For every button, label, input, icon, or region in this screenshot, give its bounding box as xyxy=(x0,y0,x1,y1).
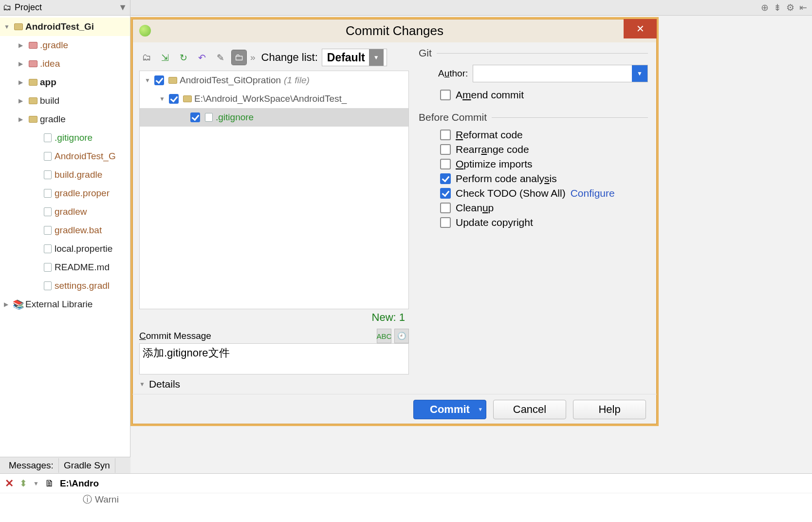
spellcheck-icon[interactable]: ABC xyxy=(377,329,391,343)
change-tree-root-count: (1 file) xyxy=(284,75,310,86)
project-item[interactable]: ▶app xyxy=(0,73,130,92)
move-icon[interactable]: ⇲ xyxy=(158,50,172,65)
chevron-right-icon[interactable]: ▶ xyxy=(18,42,25,49)
before-commit-check[interactable]: Reformat code xyxy=(440,129,648,141)
project-item[interactable]: gradle.proper xyxy=(0,184,130,203)
check-label: Optimize imports xyxy=(456,158,533,170)
chevron-right-icon[interactable]: ▶ xyxy=(4,301,11,308)
project-item[interactable]: ▶gradle xyxy=(0,110,130,129)
app-icon xyxy=(139,25,151,37)
project-root[interactable]: ▼ AndroidTest_Gi xyxy=(0,18,130,36)
before-commit-check[interactable]: Rearrange code xyxy=(440,144,648,155)
change-toolbar: 🗂 ⇲ ↻ ↶ ✎ 🗀 » Change list: Default ▼ xyxy=(139,47,409,68)
checkbox[interactable] xyxy=(169,94,179,104)
project-item-label: gradle.proper xyxy=(55,188,110,199)
commit-button[interactable]: Commit xyxy=(413,400,486,419)
hide-icon[interactable]: ⇤ xyxy=(799,2,807,13)
show-diff-icon[interactable]: 🗂 xyxy=(139,50,154,65)
edit-icon[interactable]: ✎ xyxy=(213,50,228,65)
group-icon[interactable]: 🗀 xyxy=(232,50,246,65)
expand-icon[interactable]: ⬍ xyxy=(19,478,27,489)
external-libraries[interactable]: ▶ 📚 External Librarie xyxy=(0,295,130,314)
file-icon xyxy=(43,263,53,272)
details-toggle[interactable]: ▼ Details xyxy=(139,378,409,390)
checkbox[interactable] xyxy=(154,75,164,85)
before-commit-check[interactable]: Optimize imports xyxy=(440,158,648,170)
check-label: Perform code analysis xyxy=(456,173,557,185)
before-commit-check[interactable]: Check TODO (Show All) Configure xyxy=(440,187,648,199)
chevron-right-icon[interactable]: ▶ xyxy=(18,79,25,86)
chevron-right-icon[interactable]: ▶ xyxy=(18,97,25,104)
checkbox[interactable] xyxy=(440,144,451,155)
file-icon xyxy=(43,189,53,198)
project-item[interactable]: README.md xyxy=(0,258,130,277)
change-tree-file[interactable]: .gitignore xyxy=(140,108,408,127)
project-item[interactable]: gradlew.bat xyxy=(0,221,130,240)
cancel-button[interactable]: Cancel xyxy=(493,400,566,419)
target-icon[interactable]: ⊕ xyxy=(761,2,769,13)
tab-messages[interactable]: Messages: xyxy=(4,458,59,473)
author-input[interactable]: ▼ xyxy=(473,65,648,82)
revert-icon[interactable]: ↶ xyxy=(195,50,209,65)
project-item[interactable]: gradlew xyxy=(0,203,130,221)
project-icon: 🗂 xyxy=(3,2,12,13)
project-item[interactable]: build.gradle xyxy=(0,166,130,184)
chevron-down-icon[interactable]: ▼ xyxy=(145,77,151,84)
project-item[interactable]: ▶.gradle xyxy=(0,36,130,55)
file-icon xyxy=(204,113,214,122)
chevron-right-icon[interactable]: ▶ xyxy=(18,60,25,67)
commit-message-input[interactable] xyxy=(139,343,409,374)
project-item[interactable]: settings.gradl xyxy=(0,277,130,295)
checkbox[interactable] xyxy=(190,112,200,122)
checkbox[interactable] xyxy=(440,188,451,199)
collapse-icon[interactable]: ⇟ xyxy=(774,2,781,13)
configure-link[interactable]: Configure xyxy=(571,187,615,199)
chevron-down-icon[interactable]: ▼ xyxy=(159,95,166,102)
before-commit-check[interactable]: Cleanup xyxy=(440,202,648,214)
chevron-right-icon[interactable]: ▶ xyxy=(18,116,25,123)
before-commit-check[interactable]: Perform code analysis xyxy=(440,173,648,185)
dropdown-icon[interactable]: ▼ xyxy=(369,49,384,66)
project-panel-header[interactable]: 🗂 Project ▼ xyxy=(0,0,130,16)
close-icon[interactable]: ✕ xyxy=(5,477,14,490)
checkbox[interactable] xyxy=(440,217,451,228)
file-icon xyxy=(43,170,53,179)
checkbox[interactable] xyxy=(440,130,451,140)
file-icon xyxy=(43,152,53,161)
change-tree-root[interactable]: ▼ AndroidTest_GitOpration (1 file) xyxy=(140,71,408,90)
dropdown-icon[interactable]: ▼ xyxy=(632,65,647,82)
gear-icon[interactable]: ⚙ xyxy=(786,2,794,13)
project-item-label: .gradle xyxy=(40,40,68,51)
checkbox[interactable] xyxy=(440,203,451,213)
change-tree-path[interactable]: ▼ E:\Android_WorkSpace\AndroidTest_ xyxy=(140,90,408,108)
chevron-down-icon[interactable]: ▼ xyxy=(4,23,11,30)
folder-icon xyxy=(168,77,178,84)
checkbox[interactable] xyxy=(440,90,451,100)
checkbox[interactable] xyxy=(440,173,451,184)
chevrons-icon: » xyxy=(250,52,256,63)
project-item[interactable]: ▶build xyxy=(0,92,130,110)
change-list-label: Change list: xyxy=(261,51,318,64)
checkbox[interactable] xyxy=(440,159,451,169)
amend-commit-checkbox[interactable]: Amend commit xyxy=(440,89,648,101)
project-panel-title: Project xyxy=(15,2,42,13)
project-item[interactable]: .gitignore xyxy=(0,129,130,147)
change-list-select[interactable]: Default ▼ xyxy=(322,49,387,66)
project-item[interactable]: AndroidTest_G xyxy=(0,147,130,166)
git-section: Git xyxy=(419,47,648,59)
chevron-down-icon[interactable]: ▼ xyxy=(33,480,39,487)
git-label: Git xyxy=(419,47,432,59)
tab-gradle-sync[interactable]: Gradle Syn xyxy=(59,458,115,473)
help-button[interactable]: Help xyxy=(573,400,646,419)
close-button[interactable]: ✕ xyxy=(624,19,657,38)
main-toolbar: ⊕ ⇟ ⚙ ⇤ xyxy=(130,0,812,16)
before-commit-check[interactable]: Update copyright xyxy=(440,217,648,228)
change-list-value: Default xyxy=(327,51,365,64)
file-icon: 🗎 xyxy=(45,478,54,489)
project-item[interactable]: ▶.idea xyxy=(0,55,130,73)
details-label: Details xyxy=(149,378,180,390)
history-icon[interactable]: 🕘 xyxy=(394,329,409,343)
project-item[interactable]: local.propertie xyxy=(0,240,130,258)
refresh-icon[interactable]: ↻ xyxy=(176,50,191,65)
dropdown-icon[interactable]: ▼ xyxy=(118,2,127,13)
